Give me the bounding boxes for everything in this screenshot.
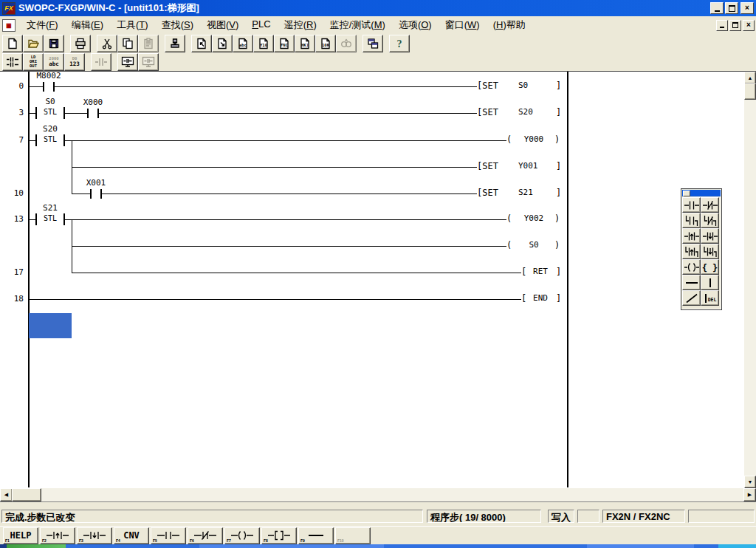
palette-delete-diagonal-button[interactable] xyxy=(682,290,701,306)
toolbar-stamp-button[interactable] xyxy=(165,35,185,52)
start-button-top[interactable] xyxy=(7,544,66,548)
menu-label: 选项(O) xyxy=(399,19,432,30)
fkey-f6-button[interactable]: F6 xyxy=(188,527,223,544)
toolbar-help-button[interactable]: ? xyxy=(389,35,410,52)
taskbar-edge xyxy=(0,544,7,548)
step-number: 7 xyxy=(4,135,24,145)
menu-item-monitor-test[interactable]: 监控/测试(M) xyxy=(323,17,392,33)
toolbar-instruction-view-button[interactable]: LDORIOUT xyxy=(23,53,44,71)
palette-or-pulse-up-contact-button[interactable] xyxy=(682,244,701,259)
fkey-f8-button[interactable]: F8 xyxy=(261,527,297,544)
palette-coil-button[interactable] xyxy=(682,259,701,275)
toolbar-comment-button[interactable]: abc xyxy=(233,35,253,52)
toolbar-contact-hk-button[interactable]: HK) xyxy=(295,35,315,52)
menu-item-remote[interactable]: 遥控(R) xyxy=(278,17,323,33)
menu-label: 窗口(W) xyxy=(445,19,480,30)
toolbar-function-fnc-button[interactable]: FNC xyxy=(274,35,295,52)
palette-or-pulse-down-contact-button[interactable] xyxy=(701,244,719,259)
toolbar-zoom-out-page-button[interactable] xyxy=(191,35,212,52)
fkey-f5-button[interactable]: F5 xyxy=(151,527,186,544)
branch-vertical-line xyxy=(72,219,72,273)
fkey-f2-button[interactable]: F2 xyxy=(40,527,75,544)
document-icon[interactable]: ▦ xyxy=(2,19,16,32)
minimize-button[interactable] xyxy=(710,2,724,14)
toolbar-ladder-view-button[interactable] xyxy=(2,53,23,71)
restore-button[interactable] xyxy=(725,2,738,14)
taskbar-task-1[interactable] xyxy=(199,544,384,548)
device-y10-icon: Y10 xyxy=(258,38,269,49)
menu-bar: ▦ 文件(F)编辑(E)工具(T)查找(S)视图(V)PLC遥控(R)监控/测试… xyxy=(0,16,756,35)
toolbar-constant-10k-button[interactable]: 10K xyxy=(315,35,336,52)
scroll-left-button[interactable]: ◀ xyxy=(0,488,13,501)
view-toolbar: LDORIOUT2000abcD0123 xyxy=(0,53,756,72)
fkey-f2-icon xyxy=(47,530,69,541)
toolbar-open-button[interactable] xyxy=(23,35,44,52)
palette-no-contact-button[interactable] xyxy=(682,197,701,213)
toolbar-save-button[interactable] xyxy=(44,35,64,52)
palette-pulse-up-contact-button[interactable] xyxy=(682,228,701,244)
menu-item-plc[interactable]: PLC xyxy=(245,17,277,33)
application-instruction-icon: { } xyxy=(702,261,718,274)
app-icon: FX xyxy=(2,2,16,15)
fkey-f1-button[interactable]: F1HELP xyxy=(3,527,38,544)
mdi-close-button[interactable]: × xyxy=(743,20,755,31)
tool-palette-titlebar[interactable] xyxy=(682,190,721,196)
vertical-scrollbar[interactable]: ▲ ▼ xyxy=(744,72,756,488)
menu-item-file[interactable]: 文件(F) xyxy=(20,17,65,33)
fkey-label: HELP xyxy=(10,530,32,541)
toolbar-cut-button[interactable] xyxy=(97,35,117,52)
close-button[interactable]: × xyxy=(740,2,754,14)
output-operand: S20 xyxy=(518,107,533,117)
taskbar-task-2[interactable] xyxy=(587,544,694,548)
mdi-minimize-button[interactable] xyxy=(716,20,728,31)
palette-application-instruction-button[interactable]: { } xyxy=(701,259,719,275)
menu-item-tools[interactable]: 工具(T) xyxy=(110,17,155,33)
palette-horizontal-line-button[interactable] xyxy=(682,275,701,290)
toolbar-device-y10-button[interactable]: Y10 xyxy=(253,35,274,52)
vertical-scroll-thumb[interactable] xyxy=(744,83,756,100)
toolbar-copy-button[interactable] xyxy=(117,35,138,52)
fkey-f3-button[interactable]: F3 xyxy=(77,527,112,544)
scroll-up-button[interactable]: ▲ xyxy=(744,72,756,84)
menu-item-window[interactable]: 窗口(W) xyxy=(439,17,487,33)
mdi-restore-button[interactable] xyxy=(729,20,741,31)
function-fnc-icon: FNC xyxy=(278,38,290,49)
scroll-right-button[interactable]: ▶ xyxy=(743,488,756,501)
output-instruction: [SET xyxy=(477,161,498,171)
toolbar-print-button[interactable] xyxy=(70,35,91,52)
palette-delete-vertical-button[interactable]: DEL xyxy=(701,290,719,306)
horizontal-scroll-thumb[interactable] xyxy=(12,488,41,501)
palette-vertical-line-button[interactable] xyxy=(701,275,719,290)
scroll-down-button[interactable]: ▼ xyxy=(744,476,756,488)
menu-item-options[interactable]: 选项(O) xyxy=(392,17,439,33)
palette-nc-contact-button[interactable] xyxy=(701,197,719,213)
toolbar-register-view-button[interactable]: D0123 xyxy=(64,53,85,71)
palette-pulse-down-contact-button[interactable] xyxy=(701,228,719,244)
ladder-diagram-canvas[interactable]: 0M8002[SETS0]3STLS0X000[SETS20]7STLS20(Y… xyxy=(0,71,744,488)
toolbar-new-button[interactable] xyxy=(2,35,23,52)
output-bracket: ] xyxy=(556,188,561,198)
tool-palette-system-button[interactable] xyxy=(683,191,690,196)
menu-item-search[interactable]: 查找(S) xyxy=(155,17,200,33)
new-icon xyxy=(7,38,18,49)
zoom-in-page-icon xyxy=(216,38,228,49)
toolbar-cascade-button[interactable] xyxy=(362,35,383,52)
copy-icon xyxy=(122,38,134,49)
toolbar-zoom-in-page-button[interactable] xyxy=(212,35,233,52)
output-operand: RET xyxy=(526,267,555,276)
horizontal-scrollbar[interactable]: ◀ ▶ xyxy=(0,488,756,501)
menu-label: 查找(S) xyxy=(162,19,193,30)
fkey-f4-button[interactable]: F4CNV xyxy=(114,527,149,544)
toolbar-monitor-start-button[interactable] xyxy=(117,53,138,71)
fkey-f9-button[interactable]: F9 xyxy=(298,527,334,544)
ladder-view-icon xyxy=(6,56,19,68)
menu-item-view[interactable]: 视图(V) xyxy=(200,17,245,33)
edit-cursor[interactable] xyxy=(29,313,72,338)
palette-or-no-contact-button[interactable] xyxy=(682,213,701,228)
menu-item-edit[interactable]: 编辑(E) xyxy=(65,17,110,33)
menu-item-help[interactable]: (H)帮助 xyxy=(487,17,532,33)
or-nc-contact-icon xyxy=(703,216,718,226)
fkey-f7-button[interactable]: F7 xyxy=(224,527,260,544)
palette-or-nc-contact-button[interactable] xyxy=(701,213,719,228)
toolbar-comment-view-button[interactable]: 2000abc xyxy=(44,53,64,71)
